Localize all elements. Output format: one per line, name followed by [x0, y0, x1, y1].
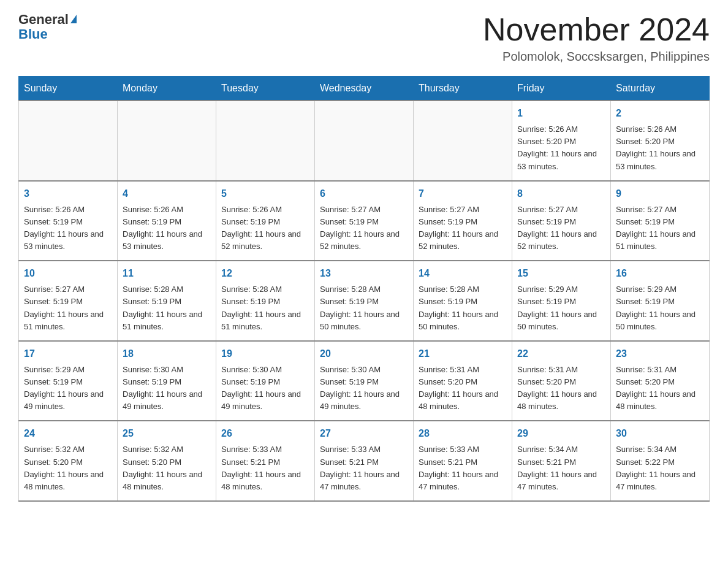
calendar-cell: 11Sunrise: 5:28 AM Sunset: 5:19 PM Dayli… [118, 261, 216, 341]
calendar-week-row: 24Sunrise: 5:32 AM Sunset: 5:20 PM Dayli… [19, 421, 710, 501]
title-block: November 2024 Polomolok, Soccsksargen, P… [483, 12, 710, 64]
calendar-week-row: 3Sunrise: 5:26 AM Sunset: 5:19 PM Daylig… [19, 181, 710, 261]
day-info: Sunrise: 5:33 AM Sunset: 5:21 PM Dayligh… [320, 443, 408, 493]
day-info: Sunrise: 5:26 AM Sunset: 5:19 PM Dayligh… [221, 204, 309, 253]
location-title: Polomolok, Soccsksargen, Philippines [483, 50, 710, 64]
day-number: 17 [24, 347, 112, 361]
day-info: Sunrise: 5:27 AM Sunset: 5:19 PM Dayligh… [24, 283, 112, 333]
calendar-cell: 1Sunrise: 5:26 AM Sunset: 5:20 PM Daylig… [512, 101, 611, 181]
calendar-cell: 20Sunrise: 5:30 AM Sunset: 5:19 PM Dayli… [315, 341, 414, 421]
calendar-cell: 6Sunrise: 5:27 AM Sunset: 5:19 PM Daylig… [315, 181, 414, 261]
day-info: Sunrise: 5:28 AM Sunset: 5:19 PM Dayligh… [221, 283, 309, 333]
day-info: Sunrise: 5:26 AM Sunset: 5:19 PM Dayligh… [123, 204, 211, 253]
calendar-cell: 2Sunrise: 5:26 AM Sunset: 5:20 PM Daylig… [611, 101, 710, 181]
day-number: 6 [320, 186, 408, 201]
day-number: 12 [221, 266, 309, 281]
day-info: Sunrise: 5:29 AM Sunset: 5:19 PM Dayligh… [517, 283, 605, 333]
day-info: Sunrise: 5:31 AM Sunset: 5:20 PM Dayligh… [616, 364, 704, 413]
day-info: Sunrise: 5:31 AM Sunset: 5:20 PM Dayligh… [517, 364, 605, 413]
calendar-cell: 12Sunrise: 5:28 AM Sunset: 5:19 PM Dayli… [216, 261, 315, 341]
calendar-cell: 13Sunrise: 5:28 AM Sunset: 5:19 PM Dayli… [315, 261, 414, 341]
day-number: 28 [419, 426, 507, 441]
calendar-cell: 21Sunrise: 5:31 AM Sunset: 5:20 PM Dayli… [414, 341, 512, 421]
day-info: Sunrise: 5:27 AM Sunset: 5:19 PM Dayligh… [419, 204, 507, 253]
day-info: Sunrise: 5:26 AM Sunset: 5:20 PM Dayligh… [616, 123, 704, 173]
calendar-cell: 22Sunrise: 5:31 AM Sunset: 5:20 PM Dayli… [512, 341, 611, 421]
day-info: Sunrise: 5:29 AM Sunset: 5:19 PM Dayligh… [24, 364, 112, 413]
calendar-header-row: SundayMondayTuesdayWednesdayThursdayFrid… [19, 77, 710, 101]
day-info: Sunrise: 5:33 AM Sunset: 5:21 PM Dayligh… [221, 443, 309, 493]
day-number: 30 [616, 426, 704, 441]
calendar-week-row: 10Sunrise: 5:27 AM Sunset: 5:19 PM Dayli… [19, 261, 710, 341]
day-number: 18 [123, 347, 211, 361]
day-info: Sunrise: 5:30 AM Sunset: 5:19 PM Dayligh… [123, 364, 211, 413]
calendar-cell: 24Sunrise: 5:32 AM Sunset: 5:20 PM Dayli… [19, 421, 118, 501]
day-info: Sunrise: 5:28 AM Sunset: 5:19 PM Dayligh… [123, 283, 211, 333]
page-header: General Blue November 2024 Polomolok, So… [18, 12, 710, 64]
day-info: Sunrise: 5:26 AM Sunset: 5:20 PM Dayligh… [517, 123, 605, 173]
day-number: 11 [123, 266, 211, 281]
calendar-cell: 4Sunrise: 5:26 AM Sunset: 5:19 PM Daylig… [118, 181, 216, 261]
day-number: 9 [616, 186, 704, 201]
calendar-cell: 30Sunrise: 5:34 AM Sunset: 5:22 PM Dayli… [611, 421, 710, 501]
day-number: 2 [616, 106, 704, 121]
calendar-cell: 14Sunrise: 5:28 AM Sunset: 5:19 PM Dayli… [414, 261, 512, 341]
day-number: 7 [419, 186, 507, 201]
calendar-cell: 19Sunrise: 5:30 AM Sunset: 5:19 PM Dayli… [216, 341, 315, 421]
day-number: 8 [517, 186, 605, 201]
weekday-header-saturday: Saturday [611, 77, 710, 101]
logo: General Blue [18, 12, 77, 42]
calendar-cell: 3Sunrise: 5:26 AM Sunset: 5:19 PM Daylig… [19, 181, 118, 261]
day-info: Sunrise: 5:26 AM Sunset: 5:19 PM Dayligh… [24, 204, 112, 253]
day-info: Sunrise: 5:27 AM Sunset: 5:19 PM Dayligh… [517, 204, 605, 253]
calendar-cell [118, 101, 216, 181]
calendar-cell [414, 101, 512, 181]
calendar-cell: 23Sunrise: 5:31 AM Sunset: 5:20 PM Dayli… [611, 341, 710, 421]
calendar-cell: 29Sunrise: 5:34 AM Sunset: 5:21 PM Dayli… [512, 421, 611, 501]
calendar-cell: 27Sunrise: 5:33 AM Sunset: 5:21 PM Dayli… [315, 421, 414, 501]
calendar-cell: 25Sunrise: 5:32 AM Sunset: 5:20 PM Dayli… [118, 421, 216, 501]
logo-triangle-icon [70, 15, 77, 23]
calendar-cell [315, 101, 414, 181]
calendar-cell: 18Sunrise: 5:30 AM Sunset: 5:19 PM Dayli… [118, 341, 216, 421]
logo-general-text: General [18, 12, 69, 27]
calendar-cell: 17Sunrise: 5:29 AM Sunset: 5:19 PM Dayli… [19, 341, 118, 421]
calendar-cell: 15Sunrise: 5:29 AM Sunset: 5:19 PM Dayli… [512, 261, 611, 341]
calendar-cell: 8Sunrise: 5:27 AM Sunset: 5:19 PM Daylig… [512, 181, 611, 261]
day-info: Sunrise: 5:34 AM Sunset: 5:21 PM Dayligh… [517, 443, 605, 493]
day-info: Sunrise: 5:31 AM Sunset: 5:20 PM Dayligh… [419, 364, 507, 413]
calendar-table: SundayMondayTuesdayWednesdayThursdayFrid… [18, 76, 710, 502]
day-info: Sunrise: 5:32 AM Sunset: 5:20 PM Dayligh… [24, 443, 112, 493]
weekday-header-friday: Friday [512, 77, 611, 101]
calendar-cell: 10Sunrise: 5:27 AM Sunset: 5:19 PM Dayli… [19, 261, 118, 341]
day-number: 13 [320, 266, 408, 281]
calendar-cell: 9Sunrise: 5:27 AM Sunset: 5:19 PM Daylig… [611, 181, 710, 261]
calendar-week-row: 1Sunrise: 5:26 AM Sunset: 5:20 PM Daylig… [19, 101, 710, 181]
day-info: Sunrise: 5:28 AM Sunset: 5:19 PM Dayligh… [419, 283, 507, 333]
calendar-week-row: 17Sunrise: 5:29 AM Sunset: 5:19 PM Dayli… [19, 341, 710, 421]
day-number: 4 [123, 186, 211, 201]
day-info: Sunrise: 5:30 AM Sunset: 5:19 PM Dayligh… [320, 364, 408, 413]
day-info: Sunrise: 5:34 AM Sunset: 5:22 PM Dayligh… [616, 443, 704, 493]
calendar-cell: 7Sunrise: 5:27 AM Sunset: 5:19 PM Daylig… [414, 181, 512, 261]
calendar-cell: 16Sunrise: 5:29 AM Sunset: 5:19 PM Dayli… [611, 261, 710, 341]
day-number: 29 [517, 426, 605, 441]
calendar-cell: 26Sunrise: 5:33 AM Sunset: 5:21 PM Dayli… [216, 421, 315, 501]
calendar-cell [216, 101, 315, 181]
day-number: 15 [517, 266, 605, 281]
weekday-header-thursday: Thursday [414, 77, 512, 101]
logo-blue-text: Blue [18, 27, 77, 42]
day-number: 23 [616, 347, 704, 361]
day-number: 3 [24, 186, 112, 201]
day-number: 20 [320, 347, 408, 361]
day-number: 16 [616, 266, 704, 281]
day-number: 19 [221, 347, 309, 361]
day-number: 25 [123, 426, 211, 441]
day-number: 22 [517, 347, 605, 361]
weekday-header-tuesday: Tuesday [216, 77, 315, 101]
day-number: 21 [419, 347, 507, 361]
day-number: 10 [24, 266, 112, 281]
weekday-header-monday: Monday [118, 77, 216, 101]
calendar-cell: 28Sunrise: 5:33 AM Sunset: 5:21 PM Dayli… [414, 421, 512, 501]
day-number: 5 [221, 186, 309, 201]
